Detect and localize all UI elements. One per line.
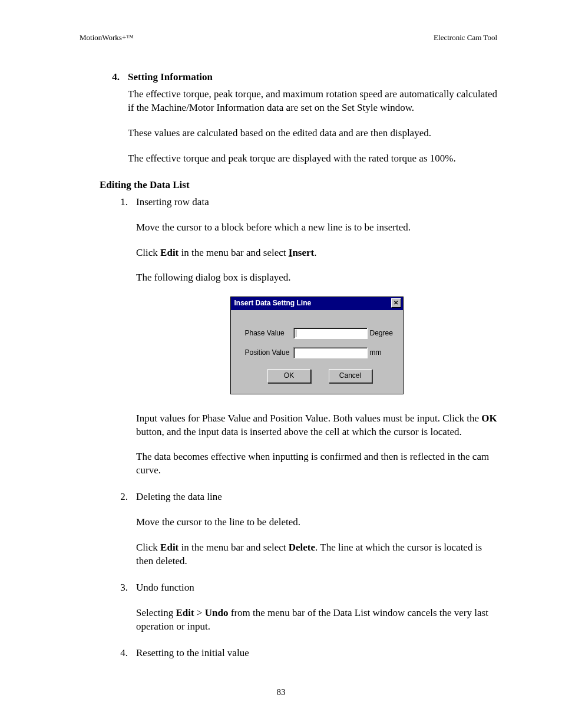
position-value-unit: mm [368,348,395,357]
list-item-4: 4. Resetting to the initial value [108,647,497,672]
phase-value-label: Phase Value [245,328,293,338]
ok-button[interactable]: OK [267,369,311,383]
body-text: Move the cursor to a block before which … [136,221,497,235]
item-1-title: Inserting row data [136,196,497,209]
body-text: The effective torque and peak torque are… [128,152,497,166]
dialog-titlebar: Insert Data Settng Line ✕ [231,297,403,309]
close-icon[interactable]: ✕ [391,298,401,308]
item-2-title: Deleting the data line [136,490,497,504]
body-text: Selecting Edit > Undo from the menu bar … [136,607,497,634]
page-content: 4. Setting Information The effective tor… [80,71,497,672]
body-text: The effective torque, peak torque, and m… [128,88,497,115]
item-4-title: Resetting to the initial value [136,647,497,660]
position-value-input[interactable] [293,347,368,358]
list-item-2: 2. Deleting the data line Move the curso… [108,490,497,580]
section-4-title: Setting Information [128,71,497,84]
phase-value-unit: Degree [368,328,395,338]
phase-value-input[interactable] [293,328,368,339]
editing-data-list-heading: Editing the Data List [100,179,497,192]
body-text: The data becomes effective when inputtin… [136,450,497,477]
body-text: Click Edit in the menu bar and select In… [136,246,497,260]
header-right: Electronic Cam Tool [434,33,497,42]
list-item-3: 3. Undo function Selecting Edit > Undo f… [108,581,497,645]
position-value-label: Position Value [245,348,293,357]
body-text: Click Edit in the menu bar and select De… [136,541,497,568]
list-number: 3. [108,581,136,645]
body-text: These values are calculated based on the… [128,127,497,140]
dialog-title: Insert Data Settng Line [234,298,312,308]
list-number: 2. [108,490,136,580]
cancel-button[interactable]: Cancel [329,369,372,383]
list-number: 4. [100,71,128,177]
header-left: MotionWorks+™ [80,33,134,42]
body-text: The following dialog box is displayed. [136,271,497,285]
page-header: MotionWorks+™ Electronic Cam Tool [80,33,497,42]
body-text: Input values for Phase Value and Positio… [136,412,497,439]
section-4: 4. Setting Information The effective tor… [100,71,497,177]
body-text: Move the cursor to the line to be delete… [136,516,497,529]
page-number: 83 [0,687,562,697]
list-item-1: 1. Inserting row data Move the cursor to… [108,196,497,490]
insert-data-dialog: Insert Data Settng Line ✕ Phase Value De… [230,297,404,394]
list-number: 1. [108,196,136,490]
list-number: 4. [108,647,136,672]
item-3-title: Undo function [136,581,497,595]
